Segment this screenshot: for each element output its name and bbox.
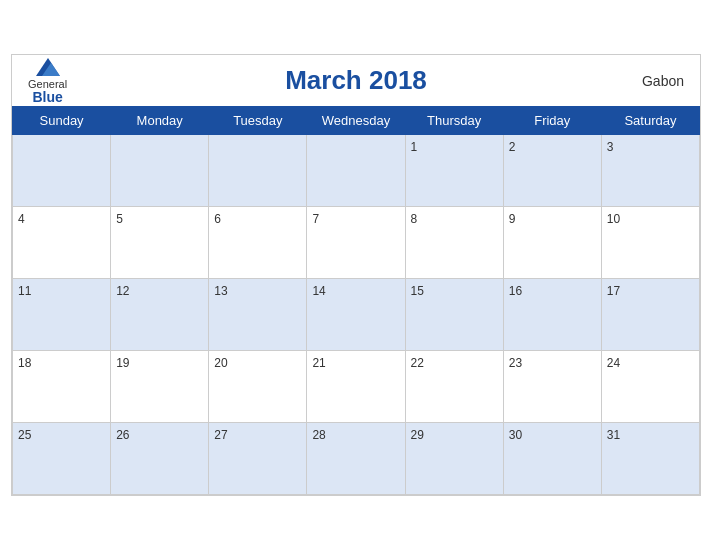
day-number: 16 <box>509 284 522 298</box>
calendar-cell: 15 <box>405 279 503 351</box>
calendar-cell: 9 <box>503 207 601 279</box>
calendar-cell: 17 <box>601 279 699 351</box>
day-number: 13 <box>214 284 227 298</box>
weekday-header-saturday: Saturday <box>601 107 699 135</box>
day-number: 25 <box>18 428 31 442</box>
weekday-header-tuesday: Tuesday <box>209 107 307 135</box>
logo-area: General Blue <box>28 58 67 104</box>
calendar-cell: 25 <box>13 423 111 495</box>
logo-icon <box>36 58 60 76</box>
day-number: 12 <box>116 284 129 298</box>
calendar-cell: 28 <box>307 423 405 495</box>
calendar-cell: 19 <box>111 351 209 423</box>
calendar-cell: 30 <box>503 423 601 495</box>
calendar-cell <box>13 135 111 207</box>
day-number: 22 <box>411 356 424 370</box>
calendar-cell: 18 <box>13 351 111 423</box>
calendar-header: General Blue March 2018 Gabon <box>12 55 700 106</box>
weekday-header-thursday: Thursday <box>405 107 503 135</box>
day-number: 3 <box>607 140 614 154</box>
calendar-cell: 24 <box>601 351 699 423</box>
calendar-cell: 13 <box>209 279 307 351</box>
day-number: 5 <box>116 212 123 226</box>
calendar-cell: 5 <box>111 207 209 279</box>
day-number: 26 <box>116 428 129 442</box>
calendar-cell: 11 <box>13 279 111 351</box>
calendar-cell: 23 <box>503 351 601 423</box>
day-number: 18 <box>18 356 31 370</box>
calendar-cell: 16 <box>503 279 601 351</box>
week-row-3: 11121314151617 <box>13 279 700 351</box>
calendar-cell <box>307 135 405 207</box>
day-number: 19 <box>116 356 129 370</box>
calendar-cell: 22 <box>405 351 503 423</box>
calendar-cell: 8 <box>405 207 503 279</box>
calendar-cell: 21 <box>307 351 405 423</box>
week-row-5: 25262728293031 <box>13 423 700 495</box>
day-number: 28 <box>312 428 325 442</box>
day-number: 17 <box>607 284 620 298</box>
day-number: 20 <box>214 356 227 370</box>
day-number: 10 <box>607 212 620 226</box>
day-number: 31 <box>607 428 620 442</box>
day-number: 1 <box>411 140 418 154</box>
week-row-2: 45678910 <box>13 207 700 279</box>
calendar-cell: 14 <box>307 279 405 351</box>
weekday-header-friday: Friday <box>503 107 601 135</box>
calendar-cell: 2 <box>503 135 601 207</box>
day-number: 7 <box>312 212 319 226</box>
weekday-header-wednesday: Wednesday <box>307 107 405 135</box>
weekday-header-row: SundayMondayTuesdayWednesdayThursdayFrid… <box>13 107 700 135</box>
day-number: 29 <box>411 428 424 442</box>
calendar-cell <box>111 135 209 207</box>
month-title: March 2018 <box>285 65 427 96</box>
calendar-cell: 12 <box>111 279 209 351</box>
day-number: 14 <box>312 284 325 298</box>
day-number: 30 <box>509 428 522 442</box>
calendar-cell: 6 <box>209 207 307 279</box>
day-number: 8 <box>411 212 418 226</box>
calendar-cell: 3 <box>601 135 699 207</box>
day-number: 6 <box>214 212 221 226</box>
calendar-cell: 27 <box>209 423 307 495</box>
day-number: 2 <box>509 140 516 154</box>
day-number: 21 <box>312 356 325 370</box>
day-number: 9 <box>509 212 516 226</box>
week-row-4: 18192021222324 <box>13 351 700 423</box>
calendar-cell: 1 <box>405 135 503 207</box>
calendar-cell: 7 <box>307 207 405 279</box>
calendar-cell: 20 <box>209 351 307 423</box>
day-number: 24 <box>607 356 620 370</box>
calendar-container: General Blue March 2018 Gabon SundayMond… <box>11 54 701 496</box>
calendar-cell: 29 <box>405 423 503 495</box>
day-number: 4 <box>18 212 25 226</box>
calendar-cell: 10 <box>601 207 699 279</box>
calendar-cell: 31 <box>601 423 699 495</box>
day-number: 11 <box>18 284 31 298</box>
week-row-1: 123 <box>13 135 700 207</box>
logo-blue: Blue <box>32 90 62 104</box>
weekday-header-monday: Monday <box>111 107 209 135</box>
day-number: 27 <box>214 428 227 442</box>
country-label: Gabon <box>642 73 684 89</box>
day-number: 15 <box>411 284 424 298</box>
calendar-grid: SundayMondayTuesdayWednesdayThursdayFrid… <box>12 106 700 495</box>
calendar-cell: 4 <box>13 207 111 279</box>
weekday-header-sunday: Sunday <box>13 107 111 135</box>
day-number: 23 <box>509 356 522 370</box>
calendar-cell <box>209 135 307 207</box>
calendar-cell: 26 <box>111 423 209 495</box>
